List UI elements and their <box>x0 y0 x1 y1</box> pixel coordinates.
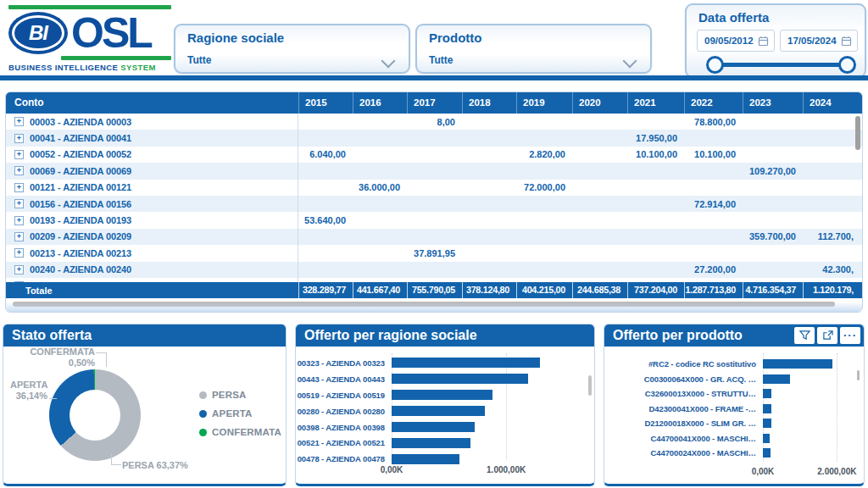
column-header-year[interactable]: 2015 <box>298 92 353 114</box>
conto-cell: 00156 - AZIENDA 00156 <box>6 196 298 212</box>
slider-handle-end[interactable] <box>838 56 856 74</box>
table-row[interactable]: 00209 - AZIENDA 00209359.700,00112.700, <box>6 229 862 245</box>
filter-selected-value[interactable]: Tutte <box>429 54 453 66</box>
bar[interactable] <box>392 358 540 368</box>
year-value-cell: 53.640,00 <box>298 215 353 225</box>
expand-icon[interactable] <box>14 117 24 126</box>
column-header-year[interactable]: 2020 <box>572 92 627 114</box>
chart-row: 00280 - AZIENDA 00280 <box>296 403 594 419</box>
legend-label: APERTA <box>212 408 253 419</box>
column-header-year[interactable]: 2019 <box>516 92 572 114</box>
bar[interactable] <box>763 359 832 369</box>
chevron-down-icon[interactable] <box>381 54 396 69</box>
legend-item[interactable]: PERSA <box>199 385 281 404</box>
expand-icon[interactable] <box>14 150 24 159</box>
expand-icon[interactable] <box>14 281 24 282</box>
axis-tick-label: 0,00K <box>752 467 775 476</box>
filter-selected-value[interactable]: Tutte <box>187 54 211 66</box>
account-label: 00041 - AZIENDA 00041 <box>30 133 131 143</box>
slider-handle-start[interactable] <box>706 56 724 74</box>
bar[interactable] <box>392 390 492 400</box>
bar-track <box>392 358 594 368</box>
chart-rows: 00323 - AZIENDA 0032300443 - AZIENDA 004… <box>296 355 594 467</box>
bar[interactable] <box>392 406 485 416</box>
logo-caption: BUSINESS INTELLIGENCE SYSTEM <box>8 63 171 72</box>
callout-line <box>96 352 107 367</box>
more-options-icon[interactable]: ··· <box>840 327 860 344</box>
column-header-year[interactable]: 2022 <box>684 92 743 114</box>
category-label: C44700041X000 - MASCHI… <box>604 434 763 443</box>
calendar-icon[interactable] <box>758 36 769 47</box>
bar-track <box>392 374 594 384</box>
table-row[interactable]: 00156 - AZIENDA 0015672.914,00 <box>6 196 862 212</box>
column-header-year[interactable]: 2017 <box>407 92 462 114</box>
expand-icon[interactable] <box>14 183 24 192</box>
table-row[interactable]: 00193 - AZIENDA 0019353.640,00 <box>6 212 862 228</box>
bar[interactable] <box>763 404 771 413</box>
bar-track <box>763 359 864 369</box>
bar[interactable] <box>763 434 770 443</box>
conto-cell: 00052 - AZIENDA 00052 <box>6 147 298 163</box>
filter-funnel-icon[interactable] <box>794 327 815 344</box>
table-row[interactable]: 00003 - AZIENDA 000038,0078.800,00 <box>6 114 862 130</box>
year-value-cell: 17.950,00 <box>627 133 684 143</box>
bar-track <box>392 406 594 416</box>
column-header-year[interactable]: 2018 <box>462 92 516 114</box>
category-label: C00300064X000 - GR. ACQ. … <box>604 374 763 384</box>
table-vertical-scrollbar[interactable] <box>855 116 860 150</box>
bar[interactable] <box>392 422 475 432</box>
chart-row: C00300064X000 - GR. ACQ. … <box>604 372 864 387</box>
table-row[interactable]: 00041 - AZIENDA 0004117.950,00 <box>6 130 862 146</box>
filter-prodotto[interactable]: Prodotto Tutte <box>415 24 652 74</box>
column-header-year[interactable]: 2023 <box>743 92 803 114</box>
year-value-cell: 10.100,00 <box>684 149 743 159</box>
column-header-year[interactable]: 2016 <box>353 92 407 114</box>
expand-icon[interactable] <box>14 199 24 208</box>
chart-row: 00521 - AZIENDA 00521 <box>296 435 594 451</box>
bar[interactable] <box>392 454 459 464</box>
column-header-conto[interactable]: Conto <box>6 92 298 114</box>
bar[interactable] <box>763 389 771 398</box>
date-range-slider-track[interactable] <box>715 63 848 67</box>
chart-scrollbar[interactable] <box>588 375 592 396</box>
table-row[interactable]: 00052 - AZIENDA 000526.040,002.820,0010.… <box>6 147 862 163</box>
expand-icon[interactable] <box>14 265 24 274</box>
table-row[interactable]: 00251 - AZIENDA 002512.670,006.940,00 <box>6 278 862 282</box>
bar[interactable] <box>392 374 528 384</box>
filter-ragione-sociale[interactable]: Ragione sociale Tutte <box>174 24 410 74</box>
conto-cell: 00069 - AZIENDA 00069 <box>6 163 298 179</box>
column-header-year[interactable]: 2024 <box>803 92 860 114</box>
chart-row: 00519 - AZIENDA 00519 <box>296 387 594 403</box>
bar[interactable] <box>392 438 470 448</box>
table-row[interactable]: 00121 - AZIENDA 0012136.000,0072.000,00 <box>6 180 862 196</box>
chart-scrollbar[interactable] <box>857 370 860 380</box>
bi-oval-logo: BI <box>8 12 68 54</box>
total-label: Totale <box>6 286 298 296</box>
table-row[interactable]: 00213 - AZIENDA 0021337.891,95 <box>6 245 862 261</box>
calendar-icon[interactable] <box>841 36 852 47</box>
bar[interactable] <box>763 419 771 428</box>
start-date-input[interactable]: 09/05/2012 <box>697 30 775 52</box>
end-date-input[interactable]: 17/05/2024 <box>780 30 858 52</box>
filter-label: Ragione sociale <box>187 30 284 45</box>
bar[interactable] <box>763 374 790 384</box>
bar-track <box>392 454 594 464</box>
focus-mode-icon[interactable] <box>817 327 837 344</box>
bar[interactable] <box>763 448 771 458</box>
expand-icon[interactable] <box>14 232 24 241</box>
axis-tick-label: 0,00K <box>381 465 403 474</box>
table-row[interactable]: 00240 - AZIENDA 0024027.200,0042.300, <box>6 262 862 278</box>
chevron-down-icon[interactable] <box>623 54 637 69</box>
expand-icon[interactable] <box>14 248 24 258</box>
legend-item[interactable]: APERTA <box>199 404 281 423</box>
year-value-cell: 37.891,95 <box>407 248 462 258</box>
expand-icon[interactable] <box>14 216 24 225</box>
expand-icon[interactable] <box>14 166 24 175</box>
total-value-cell: 4.716.354,37 <box>743 282 803 298</box>
expand-icon[interactable] <box>14 134 24 143</box>
legend-item[interactable]: CONFERMATA <box>199 423 281 441</box>
column-header-year[interactable]: 2021 <box>627 92 684 114</box>
table-row[interactable]: 00069 - AZIENDA 00069109.270,00 <box>6 163 862 179</box>
conto-matrix-panel: Conto 2015201620172018201920202021202220… <box>5 92 863 313</box>
table-horizontal-scrollbar[interactable] <box>13 302 835 307</box>
